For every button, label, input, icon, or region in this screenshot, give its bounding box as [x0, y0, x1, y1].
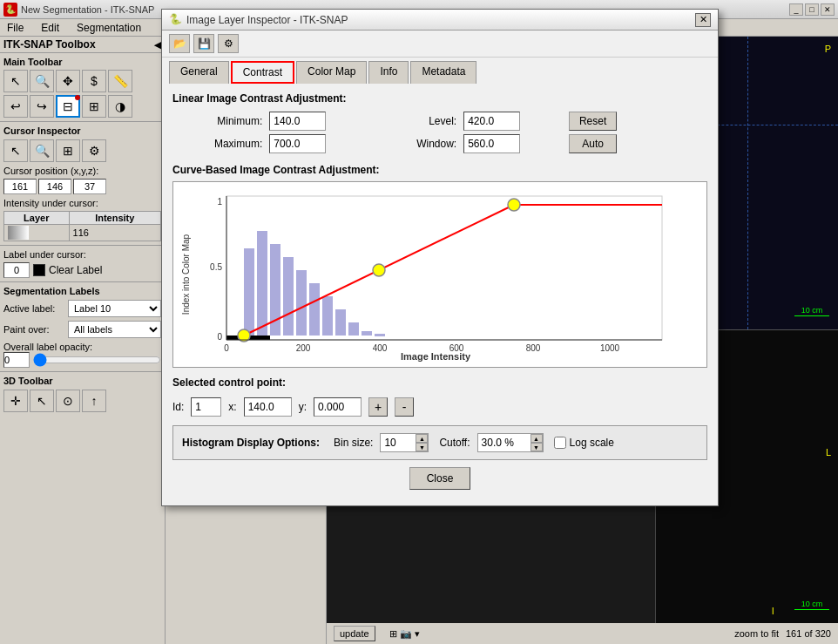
close-btn-app[interactable]: ✕: [821, 3, 835, 16]
status-bar: update ⊞ 📷 ▾ zoom to fit 161 of 320: [327, 623, 838, 644]
cutoff-up[interactable]: ▲: [531, 434, 543, 443]
linear-contrast-title: Linear Image Contrast Adjustment:: [172, 92, 707, 105]
dialog-tool-settings[interactable]: ⚙: [218, 34, 239, 53]
dialog-tabs: General Contrast Color Map Info Metadata: [162, 58, 718, 84]
paint-over-select[interactable]: All labels: [68, 321, 161, 338]
menu-edit[interactable]: Edit: [37, 21, 63, 35]
inspector-tool-4[interactable]: ⚙: [82, 139, 106, 162]
tool-layers-active[interactable]: ⊟: [56, 95, 80, 118]
level-input[interactable]: [463, 112, 520, 131]
cp-id-input[interactable]: [191, 397, 221, 417]
dialog-tool-save[interactable]: 💾: [193, 34, 214, 53]
ruler-label-2: 10 cm: [794, 600, 829, 610]
tool-ruler[interactable]: 📏: [108, 70, 132, 92]
intensity-label: Intensity under cursor:: [3, 198, 161, 208]
intensity-row: 116: [4, 225, 161, 241]
toolbar-3d-section: 3D Toolbar ✛ ↖ ⊙ ↑: [0, 371, 165, 416]
tool-pan[interactable]: ✥: [56, 70, 80, 92]
max-label: Maximum:: [172, 138, 262, 150]
menu-file[interactable]: File: [3, 21, 27, 35]
bin-size-row: Bin size: ▲ ▼: [334, 433, 429, 452]
cp-remove-btn[interactable]: -: [395, 397, 414, 417]
dialog-close-button[interactable]: ✕: [695, 13, 711, 27]
close-dialog-button[interactable]: Close: [409, 467, 470, 490]
log-scale-row: Log scale: [554, 437, 614, 449]
min-input[interactable]: [269, 112, 326, 131]
histogram-title: Histogram Display Options:: [182, 437, 320, 449]
cp-add-btn[interactable]: +: [368, 397, 388, 417]
opacity-slider[interactable]: [33, 354, 161, 366]
tool-redo[interactable]: ↪: [30, 95, 54, 118]
svg-rect-5: [296, 270, 307, 336]
panel-label-p: P: [825, 44, 831, 54]
cursor-y[interactable]: [38, 179, 71, 194]
cutoff-input[interactable]: [478, 434, 531, 451]
cp-x-input[interactable]: [244, 397, 292, 417]
position-text: 161 of 320: [786, 628, 831, 639]
menu-segmentation[interactable]: Segmentation: [73, 21, 145, 35]
bin-size-label: Bin size:: [334, 437, 373, 449]
intensity-layer-thumb: [4, 225, 70, 241]
3d-tool-3[interactable]: ⊙: [56, 390, 80, 412]
dialog-close-area: [161, 609, 175, 623]
active-label-select[interactable]: Label 10: [68, 300, 161, 317]
contrast-chart[interactable]: Index into Color Map: [179, 187, 684, 362]
dialog-app-icon: 🐍: [169, 13, 183, 27]
tab-general[interactable]: General: [169, 61, 229, 84]
log-scale-label: Log scale: [570, 437, 614, 449]
inspector-tool-2[interactable]: 🔍: [30, 139, 54, 162]
tool-color[interactable]: ◑: [108, 95, 132, 118]
paint-over-row: Paint over: All labels: [3, 321, 161, 338]
cp-x-label: x:: [228, 401, 236, 413]
minimize-btn[interactable]: _: [789, 3, 803, 16]
svg-text:0.5: 0.5: [210, 262, 222, 272]
sidebar-collapse-btn[interactable]: ◀: [154, 40, 161, 50]
cursor-z[interactable]: [73, 179, 106, 194]
label-id-input[interactable]: [3, 262, 30, 278]
inspector-tool-1[interactable]: ↖: [3, 139, 28, 162]
inspector-tool-3[interactable]: ⊞: [56, 139, 80, 162]
tool-undo[interactable]: ↩: [3, 95, 28, 118]
window-input[interactable]: [463, 134, 520, 153]
cp-y-input[interactable]: [314, 397, 362, 417]
opacity-input[interactable]: [3, 352, 30, 368]
svg-text:1: 1: [217, 197, 222, 207]
chart-section: Curve-Based Image Contrast Adjustment: I…: [172, 164, 707, 368]
bin-size-up[interactable]: ▲: [416, 434, 428, 443]
chart-container: Index into Color Map: [172, 181, 707, 368]
tab-colormap[interactable]: Color Map: [296, 61, 367, 84]
label-section: Label under cursor: Clear Label: [0, 246, 165, 282]
auto-button[interactable]: Auto: [569, 134, 617, 153]
update-button[interactable]: update: [334, 626, 375, 641]
3d-tool-4[interactable]: ↑: [82, 390, 106, 412]
3d-tool-1[interactable]: ✛: [3, 390, 28, 412]
label-row: Clear Label: [3, 262, 161, 278]
crosshair-v: [747, 37, 748, 329]
reset-button[interactable]: Reset: [569, 112, 617, 131]
dialog-tool-open[interactable]: 📂: [169, 34, 190, 53]
image-layer-inspector-dialog[interactable]: 🐍 Image Layer Inspector - ITK-SNAP ✕ 📂 💾…: [161, 9, 719, 506]
bin-size-down[interactable]: ▼: [416, 443, 428, 451]
svg-text:0: 0: [217, 332, 222, 342]
tab-info[interactable]: Info: [368, 61, 409, 84]
tab-contrast[interactable]: Contrast: [231, 61, 294, 84]
tab-metadata[interactable]: Metadata: [410, 61, 476, 84]
max-input[interactable]: [269, 134, 326, 153]
3d-tool-2[interactable]: ↖: [30, 390, 54, 412]
cp-section-label: Selected control point:: [172, 376, 286, 389]
cutoff-row: Cutoff: ▲ ▼: [439, 433, 543, 452]
svg-rect-7: [322, 296, 333, 336]
maximize-btn[interactable]: □: [805, 3, 819, 16]
log-scale-checkbox[interactable]: [554, 437, 566, 449]
tool-zoom[interactable]: 🔍: [30, 70, 54, 92]
ruler-label: 10 cm: [794, 306, 829, 316]
cutoff-down[interactable]: ▼: [531, 443, 543, 451]
opacity-label: Overall label opacity:: [3, 342, 92, 352]
active-label-label: Active label:: [3, 303, 64, 314]
tool-grid[interactable]: ⊞: [82, 95, 106, 118]
bin-size-input[interactable]: [381, 434, 416, 451]
tool-navigate[interactable]: ↖: [3, 70, 28, 92]
cursor-x[interactable]: [3, 179, 37, 194]
cp-y-label: y:: [299, 401, 307, 413]
tool-annotate[interactable]: $: [82, 70, 106, 92]
